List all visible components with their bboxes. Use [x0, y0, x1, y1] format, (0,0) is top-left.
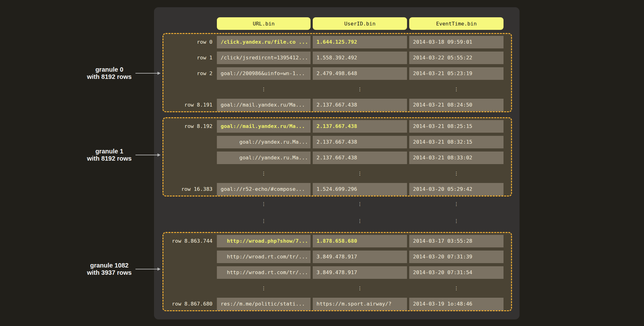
granule-name: granule 0	[87, 66, 132, 73]
eventtime-cell: 2014-03-22 05:55:22	[409, 52, 504, 64]
table-row: row 2 goal://200986&uinfo=wn-1... 2.479.…	[163, 67, 511, 80]
userid-cell: 2.137.667.438	[313, 99, 407, 111]
granule-box-1: row 8.192 goal://mail.yandex.ru/Ma... 2.…	[162, 117, 512, 196]
vertical-ellipsis-icon: ⋮	[409, 217, 504, 225]
table-row: row 8.191 goal://mail.yandex.ru/Ma... 2.…	[163, 99, 511, 111]
userid-cell: 1.524.699.296	[313, 183, 407, 196]
row-label: row 8.192	[163, 120, 217, 133]
column-header-eventtime: EventTime.bin	[409, 17, 504, 30]
granule-box-0: row 0 /click.yandex.ru/file.co ... 1.644…	[162, 33, 512, 112]
vertical-ellipsis-icon: ⋮	[217, 282, 311, 295]
userid-cell: 2.479.498.648	[313, 67, 407, 80]
eventtime-cell: 2014-03-18 09:59:01	[409, 36, 504, 48]
skipped-granules-ellipsis: ⋮ ⋮ ⋮	[163, 217, 504, 225]
table-row: row 8.863.744 http://wroad.php?show/7...…	[163, 235, 511, 247]
row-label: row 1	[163, 52, 217, 64]
url-cell: goal://yandex.ru.Ma...	[217, 136, 311, 148]
url-cell: /click/jsredircnt=1395412...	[217, 52, 311, 64]
ellipsis-row: ⋮ ⋮ ⋮	[163, 83, 511, 96]
table-row: goal://yandex.ru.Ma... 2.137.667.438 201…	[163, 136, 511, 148]
url-cell: goal://r52-echo/#compose...	[217, 183, 311, 196]
vertical-ellipsis-icon: ⋮	[313, 217, 407, 225]
granule-rows-note: with 8192 rows	[87, 155, 132, 162]
row-label: row 8.867.680	[163, 298, 217, 310]
vertical-ellipsis-icon: ⋮	[217, 200, 311, 208]
vertical-ellipsis-icon: ⋮	[313, 282, 407, 295]
eventtime-cell: 2014-03-20 05:29:42	[409, 183, 504, 196]
eventtime-cell: 2014-03-21 05:23:19	[409, 67, 504, 80]
eventtime-cell: 2014-03-21 08:24:50	[409, 99, 504, 111]
vertical-ellipsis-icon: ⋮	[217, 217, 311, 225]
vertical-ellipsis-icon: ⋮	[409, 282, 504, 295]
userid-cell: 3.849.478.917	[313, 266, 407, 279]
eventtime-cell: 2014-03-20 07:31:39	[409, 251, 504, 263]
granule-rows-note: with 3937 rows	[87, 269, 132, 276]
column-header-userid: UserID.bin	[313, 17, 407, 30]
granule-annotation-0: granule 0 with 8192 rows	[87, 66, 161, 80]
row-label: row 2	[163, 67, 217, 80]
row-label	[163, 251, 217, 263]
userid-cell: 1.644.125.792	[313, 36, 407, 48]
table-row: row 0 /click.yandex.ru/file.co ... 1.644…	[163, 36, 511, 48]
url-cell: goal://mail.yandex.ru/Ma...	[217, 120, 311, 133]
vertical-ellipsis-icon: ⋮	[409, 167, 504, 180]
table-row: http://wroad.rt.com/tr/... 3.849.478.917…	[163, 251, 511, 263]
vertical-ellipsis-icon: ⋮	[409, 83, 504, 96]
row-label	[163, 266, 217, 279]
userid-cell: https://m.sport.airway/?	[313, 298, 407, 310]
arrow-right-icon	[135, 267, 161, 271]
userid-cell: 2.137.667.438	[313, 136, 407, 148]
userid-cell: 1.558.392.492	[313, 52, 407, 64]
table-row: row 8.867.680 res://m.me/politic/stati..…	[163, 298, 511, 310]
url-cell: res://m.me/politic/stati...	[217, 298, 311, 310]
table-row: http://wroad.rt.com/tr/... 3.849.478.917…	[163, 266, 511, 279]
url-cell: http://wroad.rt.com/tr/...	[217, 266, 311, 279]
eventtime-cell: 2014-03-21 08:25:15	[409, 120, 504, 133]
url-cell: http://wroad.rt.com/tr/...	[217, 251, 311, 263]
eventtime-cell: 2014-03-17 03:55:28	[409, 235, 504, 247]
url-cell: goal://mail.yandex.ru/Ma...	[217, 99, 311, 111]
data-part-panel: URL.bin UserID.bin EventTime.bin row 0 /…	[154, 7, 520, 319]
vertical-ellipsis-icon: ⋮	[313, 167, 407, 180]
arrow-right-icon	[135, 153, 161, 157]
ellipsis-row: ⋮ ⋮ ⋮	[163, 167, 511, 180]
table-row: row 8.192 goal://mail.yandex.ru/Ma... 2.…	[163, 120, 511, 133]
url-cell: http://wroad.php?show/7...	[217, 235, 311, 247]
eventtime-cell: 2014-03-21 08:32:15	[409, 136, 504, 148]
vertical-ellipsis-icon: ⋮	[313, 200, 407, 208]
userid-cell: 1.878.658.680	[313, 235, 407, 247]
vertical-ellipsis-icon: ⋮	[313, 83, 407, 96]
url-cell: goal://200986&uinfo=wn-1...	[217, 67, 311, 80]
table-row: row 16.383 goal://r52-echo/#compose... 1…	[163, 183, 511, 196]
row-label: row 16.383	[163, 183, 217, 196]
granule-box-1082: row 8.863.744 http://wroad.php?show/7...…	[162, 232, 512, 311]
url-cell: /click.yandex.ru/file.co ...	[217, 36, 311, 48]
table-row: row 1 /click/jsredircnt=1395412... 1.558…	[163, 52, 511, 64]
row-label	[163, 136, 217, 148]
table-row: goal://yandex.ru.Ma... 2.137.667.438 201…	[163, 152, 511, 164]
vertical-ellipsis-icon: ⋮	[409, 200, 504, 208]
column-header-url: URL.bin	[217, 17, 311, 30]
userid-cell: 2.137.667.438	[313, 120, 407, 133]
granule-annotation-1: granule 1 with 8192 rows	[87, 148, 161, 162]
row-label: row 0	[163, 36, 217, 48]
granule-rows-note: with 8192 rows	[87, 73, 132, 80]
skipped-granules-ellipsis: ⋮ ⋮ ⋮	[163, 200, 504, 208]
row-label	[163, 152, 217, 164]
granule-name: granule 1082	[87, 262, 132, 269]
granule-annotation-1082: granule 1082 with 3937 rows	[87, 262, 161, 276]
vertical-ellipsis-icon: ⋮	[217, 83, 311, 96]
eventtime-cell: 2014-03-20 07:31:54	[409, 266, 504, 279]
granule-name: granule 1	[87, 148, 132, 155]
eventtime-cell: 2014-03-19 1o:48:46	[409, 298, 504, 310]
userid-cell: 2.137.667.438	[313, 152, 407, 164]
eventtime-cell: 2014-03-21 08:33:02	[409, 152, 504, 164]
row-label: row 8.863.744	[163, 235, 217, 247]
vertical-ellipsis-icon: ⋮	[217, 167, 311, 180]
row-label: row 8.191	[163, 99, 217, 111]
url-cell: goal://yandex.ru.Ma...	[217, 152, 311, 164]
arrow-right-icon	[135, 71, 161, 75]
userid-cell: 3.849.478.917	[313, 251, 407, 263]
ellipsis-row: ⋮ ⋮ ⋮	[163, 282, 511, 295]
